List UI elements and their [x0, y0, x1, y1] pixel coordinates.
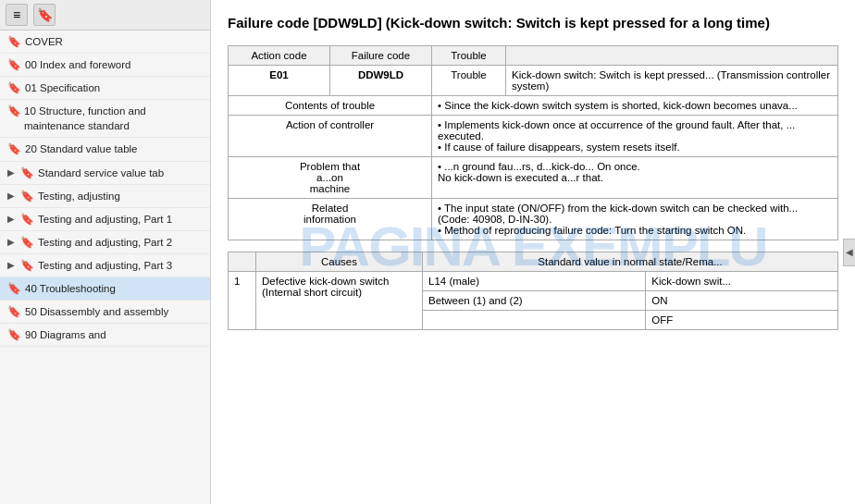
row-content-contents: • Since the kick-down switch system is s…: [432, 96, 838, 116]
cause-num-1: 1: [229, 272, 256, 330]
bookmark-icon-20-standard: 🔖: [7, 142, 21, 155]
cause-between-label-2: [423, 311, 646, 330]
sidebar-item-label-20-standard: 20 Standard value table: [25, 141, 137, 156]
bookmark-icon-cover: 🔖: [7, 35, 21, 48]
sidebar-item-label-40-troubleshooting: 40 Troubleshooting: [25, 281, 116, 296]
row-label-action: Action of controller: [229, 116, 432, 157]
sidebar-item-label-10-structure: 10 Structure, function and maintenance s…: [24, 104, 203, 133]
row-label-problem: Problem thata...onmachine: [229, 157, 432, 199]
causes-header: Causes: [256, 252, 423, 272]
sidebar-item-arrow-testing-adjusting-1: ▶: [7, 214, 17, 224]
cause-on-value: ON: [646, 291, 838, 311]
sidebar-item-standard-service[interactable]: ▶🔖Standard service value tab: [0, 162, 210, 185]
failure-code-value: DDW9LD: [330, 66, 432, 96]
causes-table: Causes Standard value in normal state/Re…: [228, 252, 838, 330]
trouble-description: Kick-down switch: Switch is kept pressed…: [506, 66, 838, 96]
col-failure-code: Failure code: [330, 46, 432, 66]
row-content-action: • Implements kick-down once at occurrenc…: [432, 116, 838, 157]
bookmark-icon-standard-service: 🔖: [20, 166, 34, 179]
bookmark-icon-testing-adjusting-3: 🔖: [20, 259, 34, 272]
sidebar-item-label-testing-adjusting-1: Testing and adjusting, Part 1: [38, 212, 172, 227]
trouble-label: Trouble: [432, 66, 506, 96]
menu-icon: ≡: [13, 7, 20, 22]
bookmark-icon-10-structure: 🔖: [7, 104, 20, 117]
page-title: Failure code [DDW9LD] (Kick-down switch:…: [228, 13, 838, 32]
row-label-contents: Contents of trouble: [229, 96, 432, 116]
col-action-code: Action code: [229, 46, 330, 66]
causes-num-header: [229, 252, 256, 272]
collapse-icon: ◀: [846, 247, 853, 257]
cause-between-label: Between (1) and (2): [423, 291, 646, 311]
sidebar-item-label-standard-service: Standard service value tab: [38, 166, 164, 180]
row-content-related: • The input state (ON/OFF) from the kick…: [432, 199, 838, 240]
sidebar-collapse-button[interactable]: ◀: [843, 239, 855, 266]
sidebar-item-00-index[interactable]: 🔖00 Index and foreword: [0, 54, 210, 77]
sidebar-item-testing-adjusting-2[interactable]: ▶🔖Testing and adjusting, Part 2: [0, 231, 210, 254]
sidebar-item-10-structure[interactable]: 🔖10 Structure, function and maintenance …: [0, 100, 210, 138]
sidebar-item-cover[interactable]: 🔖COVER: [0, 31, 210, 54]
bookmark-icon-testing-adjusting: 🔖: [20, 190, 34, 203]
sidebar-item-arrow-testing-adjusting-2: ▶: [7, 237, 17, 247]
failure-code-table: Action code Failure code Trouble E01 DDW…: [228, 45, 838, 240]
bookmark-icon-90-diagrams: 🔖: [7, 328, 21, 341]
sidebar-item-arrow-testing-adjusting: ▶: [7, 191, 17, 201]
row-content-problem: • ...n ground fau...rs, d...kick-do... O…: [432, 157, 838, 199]
bookmark-icon-testing-adjusting-2: 🔖: [20, 236, 34, 249]
bookmark-icon-00-index: 🔖: [7, 58, 21, 71]
sidebar-item-label-50-disassembly: 50 Disassembly and assembly: [25, 304, 168, 319]
menu-button[interactable]: ≡: [6, 4, 28, 26]
action-code-value: E01: [229, 66, 330, 96]
col-trouble-desc: [506, 46, 838, 66]
cause-kickdown-label: Kick-down swit...: [646, 272, 838, 291]
sidebar-item-01-spec[interactable]: 🔖01 Specification: [0, 77, 210, 100]
cause-desc-1: Defective kick-down switch(Internal shor…: [256, 272, 423, 330]
sidebar-item-20-standard[interactable]: 🔖20 Standard value table: [0, 138, 210, 161]
bookmark-icon-01-spec: 🔖: [7, 81, 21, 94]
bookmark-button[interactable]: 🔖: [33, 4, 56, 26]
sidebar-item-label-testing-adjusting: Testing, adjusting: [38, 189, 120, 203]
sidebar-item-label-01-spec: 01 Specification: [25, 80, 100, 95]
cause-connector-l14: L14 (male): [423, 272, 646, 291]
standard-value-header: Standard value in normal state/Rema...: [423, 252, 838, 272]
sidebar-item-testing-adjusting[interactable]: ▶🔖Testing, adjusting: [0, 185, 210, 208]
sidebar-item-90-diagrams[interactable]: 🔖90 Diagrams and: [0, 324, 210, 347]
sidebar: ≡ 🔖 🔖COVER🔖00 Index and foreword🔖01 Spec…: [0, 0, 211, 504]
sidebar-item-testing-adjusting-1[interactable]: ▶🔖Testing and adjusting, Part 1: [0, 208, 210, 231]
sidebar-toolbar: ≡ 🔖: [0, 0, 210, 31]
sidebar-item-40-troubleshooting[interactable]: 🔖40 Troubleshooting: [0, 277, 210, 301]
col-trouble: Trouble: [432, 46, 506, 66]
row-label-related: Relatedinformation: [229, 199, 432, 240]
sidebar-item-label-testing-adjusting-2: Testing and adjusting, Part 2: [38, 235, 172, 250]
sidebar-item-label-testing-adjusting-3: Testing and adjusting, Part 3: [38, 258, 172, 273]
main-content: PAGINA EXEMPLU Failure code [DDW9LD] (Ki…: [211, 0, 855, 504]
bookmark-icon-40-troubleshooting: 🔖: [7, 282, 21, 295]
bookmark-icon-50-disassembly: 🔖: [7, 305, 21, 318]
sidebar-item-arrow-testing-adjusting-3: ▶: [7, 260, 17, 270]
sidebar-item-50-disassembly[interactable]: 🔖50 Disassembly and assembly: [0, 301, 210, 324]
sidebar-item-arrow-standard-service: ▶: [7, 167, 17, 178]
sidebar-item-testing-adjusting-3[interactable]: ▶🔖Testing and adjusting, Part 3: [0, 254, 210, 277]
bookmark-icon-testing-adjusting-1: 🔖: [20, 213, 34, 226]
bookmark-icon: 🔖: [37, 7, 53, 22]
sidebar-item-label-90-diagrams: 90 Diagrams and: [25, 327, 106, 342]
cause-off-value: OFF: [646, 311, 838, 330]
sidebar-nav: 🔖COVER🔖00 Index and foreword🔖01 Specific…: [0, 31, 210, 504]
sidebar-item-label-cover: COVER: [25, 34, 63, 49]
sidebar-item-label-00-index: 00 Index and foreword: [25, 57, 130, 72]
